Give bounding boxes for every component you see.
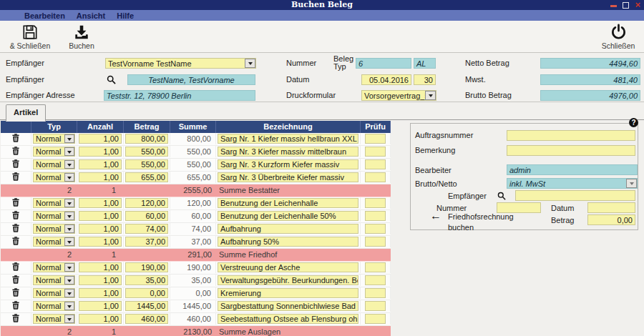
close-window-button[interactable]: Schließen bbox=[597, 23, 640, 50]
typ-select[interactable]: Normal bbox=[33, 147, 75, 157]
typ-select[interactable]: Normal bbox=[33, 159, 75, 169]
delete-row-button[interactable] bbox=[12, 224, 19, 234]
betrag-input[interactable]: 0,00 bbox=[125, 288, 168, 298]
anzahl-input[interactable]: 1,00 bbox=[79, 198, 122, 208]
bezeichnung-input[interactable]: Aufbahrung bbox=[218, 224, 358, 234]
chevron-down-icon[interactable] bbox=[64, 199, 74, 207]
pruefung-input[interactable] bbox=[365, 211, 386, 221]
anzahl-input[interactable]: 1,00 bbox=[79, 159, 122, 169]
save-close-button[interactable]: & Schließen bbox=[3, 23, 57, 50]
buchen-button[interactable]: Buchen bbox=[63, 23, 100, 50]
betrag-input[interactable]: 460,00 bbox=[125, 314, 168, 324]
anzahl-input[interactable]: 1,00 bbox=[79, 301, 122, 311]
datum-zusatz-field[interactable]: 30 bbox=[414, 74, 436, 85]
brutto-netto-select[interactable]: inkl. MwSt bbox=[507, 178, 638, 189]
bezeichnung-input[interactable]: Verwaltungsgebühr. Beurkundungen. Bes bbox=[218, 275, 358, 285]
typ-select[interactable]: Normal bbox=[33, 211, 75, 221]
anzahl-input[interactable]: 1,00 bbox=[79, 211, 122, 221]
pruefung-input[interactable] bbox=[365, 301, 386, 311]
bemerkung-field[interactable] bbox=[507, 145, 635, 156]
pruefung-input[interactable] bbox=[365, 262, 386, 272]
chevron-down-icon[interactable] bbox=[64, 134, 74, 143]
betrag-input[interactable]: 120,00 bbox=[125, 198, 168, 208]
delete-row-button[interactable] bbox=[12, 237, 19, 247]
chevron-down-icon[interactable] bbox=[626, 179, 637, 188]
bezeichnung-input[interactable]: Benutzung der Leichenhalle 50% bbox=[218, 211, 358, 221]
delete-row-button[interactable] bbox=[12, 211, 19, 221]
delete-row-button[interactable] bbox=[12, 314, 19, 324]
menu-item-hilfe[interactable]: Hilfe bbox=[117, 11, 134, 20]
druckformular-select[interactable]: Vorsorgevertrag_5S bbox=[361, 90, 436, 101]
pruefung-input[interactable] bbox=[365, 172, 386, 182]
betrag-input[interactable]: 550,00 bbox=[125, 159, 168, 169]
anzahl-input[interactable]: 1,00 bbox=[79, 172, 122, 182]
bezeichnung-input[interactable]: Verstreuung der Asche bbox=[218, 262, 358, 272]
betrag-input[interactable]: 655,00 bbox=[125, 172, 168, 182]
anzahl-input[interactable]: 1,00 bbox=[79, 134, 122, 144]
pruefung-input[interactable] bbox=[365, 159, 386, 169]
typ-select[interactable]: Normal bbox=[33, 134, 75, 144]
bezeichnung-input[interactable]: Sarg Nr. 3 Kurzform Kiefer massiv bbox=[218, 159, 358, 169]
pruefung-input[interactable] bbox=[365, 288, 386, 298]
delete-row-button[interactable] bbox=[12, 172, 19, 182]
maximize-icon[interactable] bbox=[623, 2, 629, 9]
chevron-down-icon[interactable] bbox=[425, 91, 436, 100]
typ-select[interactable]: Normal bbox=[33, 172, 75, 182]
back-arrow-icon[interactable]: ← bbox=[430, 209, 441, 222]
delete-row-button[interactable] bbox=[12, 301, 19, 311]
chevron-down-icon[interactable] bbox=[64, 315, 74, 323]
pruefung-input[interactable] bbox=[365, 275, 386, 285]
betrag-input[interactable]: 60,00 bbox=[125, 211, 168, 221]
bezeichnung-input[interactable]: Sarg Nr. 3 Kiefer massiv mittelbraun bbox=[218, 147, 358, 157]
bezeichnung-input[interactable]: Sargbestattung Sonnenbichlwiese Bad F bbox=[218, 301, 358, 311]
empfaenger-search-field[interactable]: TestName, TestVorname bbox=[127, 74, 255, 85]
menu-item-ansicht[interactable]: Ansicht bbox=[77, 11, 105, 20]
typ-select[interactable]: Normal bbox=[33, 237, 75, 247]
friedhofsrechnung-buchen-label[interactable]: Friedhofsrechnungbuchen bbox=[448, 212, 514, 233]
betrag-input[interactable]: 190,00 bbox=[125, 262, 168, 272]
anzahl-input[interactable]: 1,00 bbox=[79, 314, 122, 324]
delete-row-button[interactable] bbox=[12, 262, 19, 272]
chevron-down-icon[interactable] bbox=[64, 276, 74, 285]
bezeichnung-input[interactable]: Aufbahrung 50% bbox=[218, 237, 358, 247]
typ-select[interactable]: Normal bbox=[33, 224, 75, 234]
betrag-input[interactable]: 550,00 bbox=[125, 147, 168, 157]
datum-field[interactable]: 05.04.2016 bbox=[361, 74, 411, 85]
chevron-down-icon[interactable] bbox=[64, 160, 74, 169]
bezeichnung-input[interactable]: Sarg Nr. 1 Kiefer massiv hellbraun XXL bbox=[218, 134, 358, 144]
auftragsnummer-field[interactable] bbox=[507, 130, 635, 141]
betrag-input[interactable]: 37,00 bbox=[125, 237, 168, 247]
pruefung-input[interactable] bbox=[365, 224, 386, 234]
chevron-down-icon[interactable] bbox=[245, 59, 255, 68]
help-icon[interactable]: ? bbox=[629, 118, 638, 127]
chevron-down-icon[interactable] bbox=[64, 224, 74, 233]
empfaenger-select[interactable]: TestVorname TestName bbox=[105, 58, 256, 69]
delete-row-button[interactable] bbox=[12, 134, 19, 144]
delete-row-button[interactable] bbox=[12, 159, 19, 169]
empfaenger-adresse-field[interactable]: Teststr. 12, 78900 Berlin bbox=[104, 90, 255, 101]
tab-artikel[interactable]: Artikel bbox=[6, 104, 46, 122]
panel-betrag-field[interactable]: 0,00 bbox=[587, 214, 635, 225]
bezeichnung-input[interactable]: Seebestattung Ostsee ab Flensburg ohne bbox=[218, 314, 358, 324]
search-icon[interactable] bbox=[497, 192, 506, 202]
close-icon[interactable]: × bbox=[635, 1, 640, 9]
chevron-down-icon[interactable] bbox=[64, 237, 74, 246]
pruefung-input[interactable] bbox=[365, 134, 386, 144]
beleg-nummer-field[interactable]: 6 bbox=[356, 58, 411, 69]
chevron-down-icon[interactable] bbox=[64, 289, 74, 297]
delete-row-button[interactable] bbox=[12, 147, 19, 157]
pruefung-input[interactable] bbox=[365, 237, 386, 247]
chevron-down-icon[interactable] bbox=[64, 173, 74, 182]
betrag-input[interactable]: 74,00 bbox=[125, 224, 168, 234]
beleg-typ-field[interactable]: AL bbox=[414, 58, 436, 69]
typ-select[interactable]: Normal bbox=[33, 262, 75, 272]
betrag-input[interactable]: 35,00 bbox=[125, 275, 168, 285]
anzahl-input[interactable]: 1,00 bbox=[79, 147, 122, 157]
typ-select[interactable]: Normal bbox=[33, 288, 75, 298]
panel-empfaenger-field[interactable] bbox=[515, 190, 635, 201]
typ-select[interactable]: Normal bbox=[33, 314, 75, 324]
anzahl-input[interactable]: 1,00 bbox=[79, 288, 122, 298]
delete-row-button[interactable] bbox=[12, 288, 19, 298]
chevron-down-icon[interactable] bbox=[64, 302, 74, 310]
bezeichnung-input[interactable]: Kremierung bbox=[218, 288, 358, 298]
